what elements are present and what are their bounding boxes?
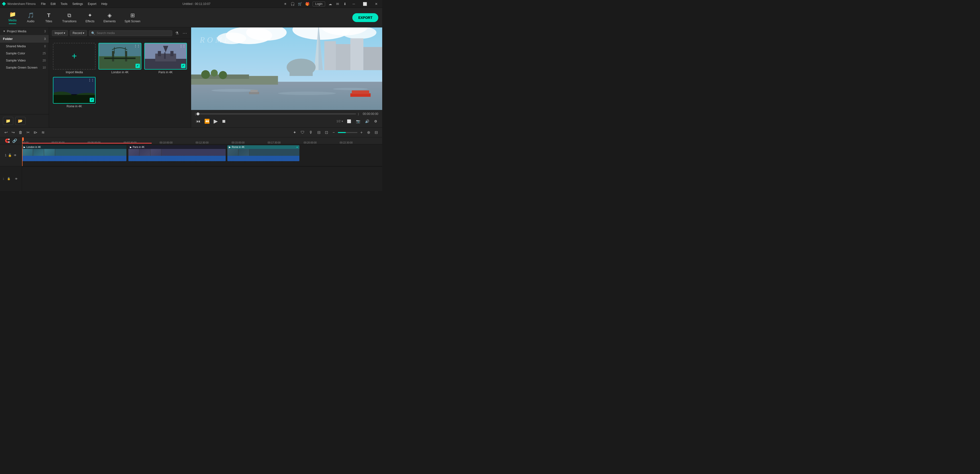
minimize-button[interactable]: ─ [350, 2, 358, 6]
track-lock-button[interactable]: 🔓 [8, 153, 12, 157]
paris-label: Paris in 4K [144, 70, 187, 74]
progress-handle[interactable] [196, 113, 199, 115]
volume-button[interactable]: 🔊 [364, 118, 370, 124]
snap-button[interactable]: 🧲 [5, 138, 10, 143]
import-label: Import Media [53, 70, 95, 74]
zoom-in-button[interactable]: + [359, 129, 364, 136]
paris-thumb[interactable]: ✓ ⋮⋮ [144, 43, 187, 70]
more-button[interactable]: ⊟ [373, 129, 379, 136]
london-menu-badge: ⋮⋮ [134, 45, 140, 48]
ruler-mark-7: 00:17:30:00 [268, 142, 281, 144]
prev-frame-button[interactable]: ⏪ [204, 118, 211, 125]
tool-effects[interactable]: ✦ Effects [81, 11, 99, 24]
menu-edit[interactable]: Edit [48, 1, 58, 6]
fit-button[interactable]: ⊕ [366, 129, 372, 136]
sidebar-folder[interactable]: Folder 3 [0, 35, 49, 43]
sidebar-sample-green-screen[interactable]: Sample Green Screen 10 [0, 64, 49, 71]
tool-audio[interactable]: 🎵 Audio [22, 11, 39, 24]
skip-back-button[interactable]: ⏮ [195, 118, 201, 125]
screenshot-button[interactable]: 📷 [355, 118, 361, 124]
download-icon[interactable]: ⬇ [343, 2, 347, 6]
clip-london-wave [22, 156, 126, 161]
rome-thumb[interactable]: ✓ ⋮⋮ [53, 77, 95, 103]
tool-elements[interactable]: ◈ Elements [99, 11, 119, 24]
media-panel: Import ▾ Record ▾ 🔍 ⚗ ⋯ + Import Media [49, 27, 191, 127]
mask-button[interactable]: 🛡 [299, 129, 306, 136]
london-thumb[interactable]: ✓ ⋮⋮ [99, 43, 141, 70]
record-dropdown[interactable]: Record ▾ [70, 30, 87, 36]
sidebar-shared-media[interactable]: Shared Media 0 [0, 43, 49, 50]
view-options-button[interactable]: ⋯ [181, 29, 188, 37]
brightness-icon[interactable]: ☀ [283, 2, 288, 6]
track-bottom-icons: 1 🔓 👁 [0, 175, 22, 182]
import-drop-zone[interactable]: + [53, 43, 95, 70]
import-dropdown[interactable]: Import ▾ [52, 30, 68, 36]
tool-transitions[interactable]: ⧉ Transitions [58, 11, 80, 24]
progress-bar[interactable] [198, 113, 356, 115]
sidebar-project-media[interactable]: ▼ Project Media 3 [0, 27, 49, 35]
close-button[interactable]: ✕ [372, 2, 380, 6]
tool-media[interactable]: 📁 Media [4, 10, 21, 25]
delete-button[interactable]: 🗑 [17, 129, 24, 136]
zoom-slider[interactable] [338, 132, 358, 133]
voice-button[interactable]: 🎙 [307, 129, 314, 136]
cut-button[interactable]: ✂ [25, 129, 31, 136]
color-board-button[interactable]: ✦ [291, 129, 298, 136]
svg-rect-12 [170, 51, 173, 56]
gift-icon[interactable]: 🎁 [305, 2, 310, 6]
settings-button[interactable]: ⚙ [373, 118, 378, 124]
export-button[interactable]: EXPORT [352, 13, 378, 22]
svg-rect-11 [158, 51, 161, 56]
normalize-button[interactable]: ⧐ [32, 129, 39, 136]
login-button[interactable]: Login [313, 2, 325, 6]
play-button[interactable]: ▶ [213, 117, 219, 126]
tool-titles[interactable]: T Titles [40, 11, 57, 24]
clip-rome-play-icon: ▶ [229, 146, 231, 148]
menu-export[interactable]: Export [86, 1, 99, 6]
shared-media-count: 0 [44, 45, 46, 48]
svg-rect-33 [290, 67, 313, 76]
maximize-button[interactable]: ⬜ [360, 2, 369, 6]
media-item-london[interactable]: ✓ ⋮⋮ London in 4K [99, 43, 141, 74]
fullscreen-button[interactable]: ⬜ [346, 118, 352, 124]
undo-button[interactable]: ↩ [3, 129, 9, 136]
new-folder-button[interactable]: 📁 [3, 117, 13, 125]
mail-icon[interactable]: ✉ [336, 2, 340, 6]
clip-rome[interactable]: ▶ Rome in 4K ● [228, 145, 299, 161]
waveform-button[interactable]: ≋ [40, 129, 46, 136]
stop-button[interactable]: ⏹ [221, 118, 227, 125]
svg-rect-4 [104, 57, 136, 59]
media-item-paris[interactable]: ✓ ⋮⋮ Paris in 4K [144, 43, 187, 74]
track-bottom-eye[interactable]: 👁 [13, 177, 19, 181]
menu-tools[interactable]: Tools [58, 1, 70, 6]
headset-icon[interactable]: 🎧 [291, 2, 295, 6]
menu-help[interactable]: Help [99, 1, 110, 6]
subtitle-button[interactable]: ⊟ [316, 129, 322, 136]
timeline-playhead[interactable] [22, 144, 22, 166]
london-label: London in 4K [99, 70, 141, 74]
import-folder-button[interactable]: 📂 [15, 117, 25, 125]
menu-file[interactable]: File [38, 1, 48, 6]
filter-button[interactable]: ⚗ [174, 30, 180, 37]
clip-paris[interactable]: ▶ Paris in 4K [128, 145, 226, 161]
media-item-rome[interactable]: ✓ ⋮⋮ Rome in 4K [53, 77, 95, 108]
cart-icon[interactable]: 🛒 [298, 2, 302, 6]
sample-color-label: Sample Color [6, 51, 25, 55]
track-visibility-button[interactable]: 👁 [13, 153, 17, 157]
cloud-icon[interactable]: ☁ [328, 2, 332, 6]
tool-split-screen[interactable]: ⊞ Split Screen [121, 11, 144, 24]
crop-button[interactable]: ⊡ [323, 129, 329, 136]
clip-london[interactable]: ▶ London in 4K [22, 145, 126, 161]
track-bottom-lock[interactable]: 🔓 [6, 176, 12, 181]
zoom-out-button[interactable]: − [331, 129, 336, 136]
link-button[interactable]: 🔗 [12, 138, 18, 143]
import-media-item[interactable]: + Import Media [53, 43, 95, 74]
sidebar-sample-color[interactable]: Sample Color 25 [0, 50, 49, 57]
timeline-progress-line [22, 143, 152, 143]
project-media-count: 3 [44, 30, 46, 33]
ratio-selector[interactable]: 1/2 ▾ [336, 119, 343, 123]
redo-button[interactable]: ↪ [10, 129, 16, 136]
sidebar-sample-video[interactable]: Sample Video 20 [0, 57, 49, 64]
search-input[interactable] [97, 31, 170, 35]
menu-settings[interactable]: Settings [70, 1, 85, 6]
